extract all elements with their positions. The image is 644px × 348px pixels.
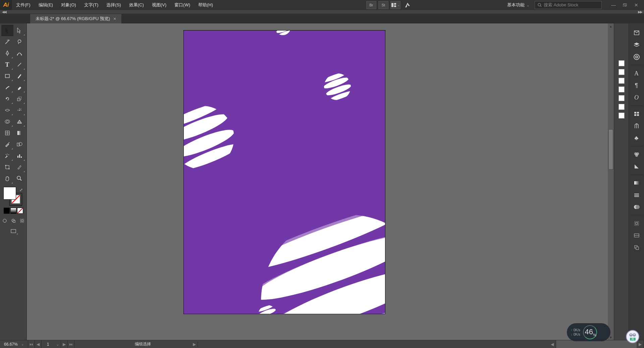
layers-panel-icon[interactable] <box>631 39 643 51</box>
swatch-5[interactable] <box>619 95 625 101</box>
artboard-dropdown-button[interactable]: ⌄ <box>54 340 61 348</box>
artboard[interactable] <box>183 30 385 314</box>
draw-normal[interactable] <box>1 217 8 224</box>
gpu-icon[interactable] <box>402 1 413 9</box>
screen-mode[interactable] <box>8 227 18 235</box>
artboards-panel-icon[interactable] <box>631 241 643 254</box>
prev-artboard-button[interactable]: ◀ <box>35 340 42 348</box>
close-button[interactable]: ✕ <box>631 1 642 9</box>
swatch-6[interactable] <box>619 104 625 110</box>
menu-help[interactable]: 帮助(H) <box>194 0 217 10</box>
perspective-grid-tool[interactable] <box>13 116 25 127</box>
menu-file[interactable]: 文件(F) <box>12 0 35 10</box>
collapse-right-icon[interactable]: ▶▶ <box>638 10 642 14</box>
ime-indicator[interactable]: 英 <box>626 330 639 343</box>
zoom-level[interactable]: 66.67% ⌄ <box>0 340 28 348</box>
blend-tool[interactable] <box>13 139 25 150</box>
last-artboard-button[interactable]: ⏭ <box>68 340 74 348</box>
color-none[interactable] <box>17 208 23 214</box>
cc-libraries-icon[interactable] <box>631 51 643 63</box>
scale-tool[interactable] <box>13 93 25 105</box>
selection-tool[interactable] <box>1 25 13 36</box>
draw-behind[interactable] <box>10 217 17 224</box>
glyphs-panel-icon[interactable]: O <box>631 91 643 103</box>
color-panel-icon[interactable] <box>631 148 643 160</box>
arrange-docs-icon[interactable]: ⌄ <box>390 1 400 9</box>
menu-window[interactable]: 窗口(W) <box>170 0 194 10</box>
line-tool[interactable] <box>13 59 25 70</box>
search-stock-input[interactable]: 搜索 Adobe Stock <box>535 1 602 9</box>
menu-effect[interactable]: 效果(C) <box>125 0 148 10</box>
slice-tool[interactable] <box>13 161 25 173</box>
hscroll-right-icon[interactable]: ▶ <box>637 340 644 348</box>
swatch-3[interactable] <box>619 78 625 84</box>
scroll-thumb[interactable] <box>608 129 613 169</box>
swap-fill-stroke-icon[interactable]: ⤢ <box>19 188 23 192</box>
color-solid[interactable] <box>4 208 10 214</box>
artboard-tool[interactable] <box>1 161 13 173</box>
swatch-4[interactable] <box>619 86 625 92</box>
symbol-sprayer-tool[interactable] <box>1 150 13 161</box>
bridge-icon[interactable]: Br <box>366 1 376 9</box>
zoom-tool[interactable] <box>13 173 25 184</box>
align-panel-icon[interactable] <box>631 108 643 120</box>
rectangle-tool[interactable] <box>1 70 13 82</box>
next-artboard-button[interactable]: ▶ <box>61 340 68 348</box>
maximize-button[interactable] <box>619 1 631 9</box>
horizontal-scrollbar[interactable] <box>556 340 637 348</box>
gradient-panel-icon[interactable] <box>631 177 643 189</box>
artboard-number[interactable]: 1 <box>42 342 55 347</box>
document-tab[interactable]: 未标题-2* @ 66.67% (RGB/GPU 预览) × <box>30 14 122 23</box>
swatch-7[interactable] <box>619 113 625 119</box>
swatch-2[interactable] <box>619 69 625 75</box>
status-play-icon[interactable]: ▶ <box>191 342 198 347</box>
symbols-panel-icon[interactable]: ♣ <box>631 132 643 144</box>
magic-wand-tool[interactable] <box>1 36 13 48</box>
stroke-panel-icon[interactable] <box>631 189 643 201</box>
stock-icon[interactable]: St <box>378 1 388 9</box>
graphic-styles-panel-icon[interactable] <box>631 229 643 241</box>
libraries-panel-icon[interactable] <box>631 27 643 39</box>
rotate-tool[interactable] <box>1 93 13 105</box>
eyedropper-tool[interactable] <box>1 139 13 150</box>
canvas-area[interactable]: ▲ ▼ <box>27 23 614 340</box>
workspace-dropdown[interactable]: 基本功能 ⌄ <box>504 1 533 9</box>
fill-color[interactable] <box>3 187 16 200</box>
paintbrush-tool[interactable] <box>13 70 25 82</box>
network-widget[interactable]: ↑ 0K/s ↓ 0K/s 46% <box>567 323 610 341</box>
swatch-1[interactable] <box>619 60 625 66</box>
free-transform-tool[interactable] <box>13 105 25 116</box>
mesh-tool[interactable] <box>1 127 13 139</box>
menu-view[interactable]: 视图(V) <box>148 0 170 10</box>
appearance-panel-icon[interactable] <box>631 217 643 229</box>
character-panel-icon[interactable]: A <box>631 67 643 79</box>
shape-builder-tool[interactable] <box>1 116 13 127</box>
width-tool[interactable] <box>1 105 13 116</box>
pathfinder-panel-icon[interactable] <box>631 120 643 132</box>
lasso-tool[interactable] <box>13 36 25 48</box>
direct-selection-tool[interactable] <box>13 25 25 36</box>
curvature-tool[interactable] <box>13 48 25 59</box>
scroll-up-icon[interactable]: ▲ <box>608 23 614 29</box>
pen-tool[interactable] <box>1 48 13 59</box>
tab-close-icon[interactable]: × <box>113 16 116 21</box>
menu-object[interactable]: 对象(O) <box>57 0 80 10</box>
vertical-scrollbar[interactable]: ▲ ▼ <box>608 23 614 340</box>
eraser-tool[interactable] <box>13 82 25 93</box>
first-artboard-button[interactable]: ⏮ <box>28 340 35 348</box>
minimize-button[interactable]: — <box>608 1 619 9</box>
hand-tool[interactable] <box>1 173 13 184</box>
transparency-panel-icon[interactable] <box>631 201 643 213</box>
swatches-panel-icon[interactable] <box>631 160 643 172</box>
paragraph-panel-icon[interactable]: ¶ <box>631 79 643 91</box>
menu-select[interactable]: 选择(S) <box>102 0 125 10</box>
collapse-left-icon[interactable]: ◀◀ <box>2 10 6 14</box>
color-gradient[interactable] <box>10 208 16 214</box>
type-tool[interactable]: T <box>1 59 13 70</box>
draw-inside[interactable] <box>18 217 26 224</box>
menu-type[interactable]: 文字(T) <box>80 0 103 10</box>
hscroll-left-icon[interactable]: ◀ <box>549 340 556 348</box>
shaper-tool[interactable] <box>1 82 13 93</box>
column-graph-tool[interactable] <box>13 150 25 161</box>
fill-stroke-control[interactable]: ⤢ <box>2 187 25 206</box>
